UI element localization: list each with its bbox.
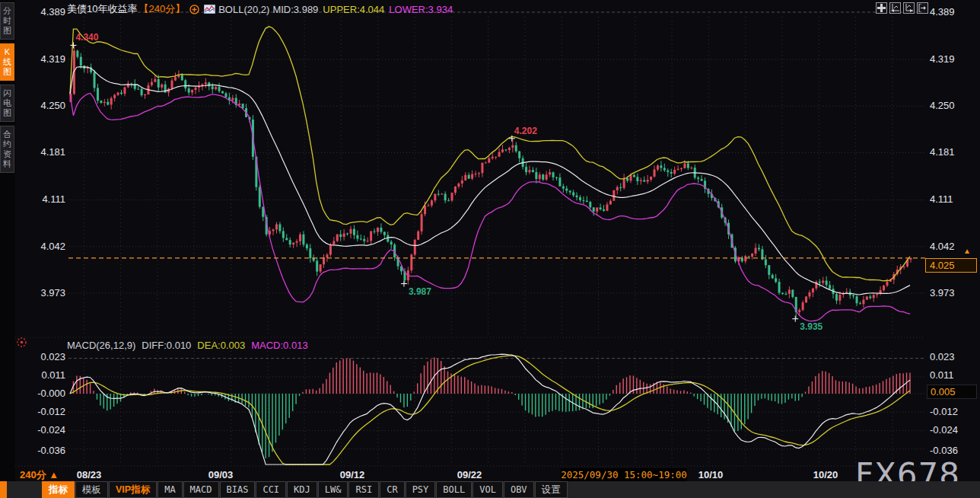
x-tick: 09/03: [199, 468, 242, 481]
y-label: 4.389: [21, 6, 65, 18]
x-axis: 240分 ▲ 08/23 09/03 09/12 09/22 2025/09/3…: [0, 468, 980, 481]
toolbar-kdj-button[interactable]: KDJ: [287, 481, 317, 498]
y-label: 4.111: [21, 193, 65, 206]
x-tick: 09/12: [331, 468, 374, 481]
macd-y-label: -0.024: [21, 424, 65, 436]
annotation-peak: 4.202: [514, 126, 537, 136]
pan-right-button[interactable]: [917, 2, 928, 14]
macd-macd-value: MACD:0.013: [251, 340, 307, 351]
y-label: 3.973: [930, 287, 978, 299]
macd-y-label: 0.023: [21, 351, 65, 363]
x-tick: 09/22: [448, 468, 491, 481]
y-label: 4.319: [21, 53, 65, 65]
y-label: 4.319: [930, 53, 978, 65]
toolbar-psy-button[interactable]: PSY: [406, 481, 436, 498]
macd-header: MACD(26,12,9) DIFF:0.010 DEA:0.003 MACD:…: [67, 340, 308, 351]
toolbar-vol-button[interactable]: VOL: [473, 481, 503, 498]
alarm-icon[interactable]: [16, 337, 27, 351]
sidebar-item-time-chart[interactable]: 分时图: [0, 2, 14, 40]
annotation-high-start: 4.340: [75, 32, 98, 43]
toolbar-boll-button[interactable]: BOLL: [436, 481, 472, 498]
y-label: 4.250: [21, 100, 65, 112]
mini-chart-icon: [204, 5, 215, 14]
scale-right-button[interactable]: [903, 2, 915, 14]
toolbar-cci-button[interactable]: CCI: [256, 481, 286, 498]
y-label: 4.042: [930, 241, 978, 253]
boll-label: BOLL(20,2): [218, 4, 269, 15]
y-label: 3.973: [21, 287, 65, 299]
y-label: 4.111: [930, 193, 978, 206]
crosshair-date-badge: 2025/09/30 15:00~19:00 二: [561, 468, 687, 481]
x-tick: 10/10: [689, 468, 732, 481]
toolbar-indicator-button[interactable]: 指标: [42, 481, 75, 498]
macd-y-label: 0.023: [930, 351, 978, 363]
sidebar-item-flash-chart[interactable]: 闪电图: [0, 85, 14, 122]
toolbar-settings-button[interactable]: 设置: [535, 481, 568, 498]
toolbar-rsi-button[interactable]: RSI: [348, 481, 379, 498]
y-label: 4.181: [930, 146, 978, 158]
toolbar-template-button[interactable]: 模板: [75, 481, 108, 498]
chart-header: 美债10年收益率 【240分】 BOLL(20,2) MID:3.989 UPP…: [67, 3, 453, 15]
chevron-up-icon: ▲: [49, 469, 59, 480]
annotation-low-late: 3.935: [800, 321, 822, 332]
boll-lower-value: LOWER:3.934: [389, 4, 453, 15]
macd-dea-value: DEA:0.003: [197, 340, 245, 351]
toolbar-ma-button[interactable]: MA: [158, 481, 182, 498]
sidebar-item-kline-chart[interactable]: K线图: [0, 43, 14, 81]
toolbar-accent-sliver: [0, 481, 7, 498]
toolbar-vip-indicator-button[interactable]: VIP指标: [109, 481, 157, 498]
chart-toolbar-buttons: [876, 2, 928, 14]
boll-upper-value: UPPER:4.044: [323, 4, 384, 15]
sidebar: 分时图 K线图 闪电图 合约资料: [0, 0, 15, 498]
circle-plus-icon[interactable]: [189, 5, 199, 14]
macd-y-label: 0.011: [930, 369, 978, 381]
annotation-low-mid: 3.987: [409, 286, 431, 297]
main-chart-canvas[interactable]: [0, 0, 980, 468]
macd-y-label: -0.012: [21, 406, 65, 418]
macd-label: MACD(26,12,9): [67, 340, 135, 351]
macd-y-label: -0.012: [930, 406, 978, 418]
x-tick: 08/23: [68, 468, 110, 481]
macd-y-label: -0.024: [930, 424, 978, 436]
macd-last-badge: 0.005: [927, 385, 977, 399]
toolbar-lw-button[interactable]: LW&: [318, 481, 348, 498]
y-label: 4.250: [930, 100, 978, 112]
macd-y-label: -0.036: [21, 445, 65, 457]
sidebar-item-contract-info[interactable]: 合约资料: [0, 126, 14, 173]
boll-mid-value: MID:3.989: [272, 4, 318, 15]
toolbar-cr-button[interactable]: CR: [380, 481, 404, 498]
macd-y-label: -0.000: [21, 388, 65, 400]
y-label: 4.042: [21, 241, 65, 253]
scale-left-button[interactable]: [889, 2, 901, 14]
toolbar-bias-button[interactable]: BIAS: [220, 481, 256, 498]
last-price-badge: 4.025: [925, 258, 977, 273]
macd-y-label: 0.011: [21, 369, 65, 381]
toolbar-macd-button[interactable]: MACD: [183, 481, 219, 498]
x-tick: 10/20: [804, 468, 847, 481]
instrument-title: 美债10年收益率: [67, 2, 137, 16]
period-selector[interactable]: 240分 ▲: [20, 468, 59, 481]
y-label: 4.181: [21, 146, 65, 158]
crosshair-tool-button[interactable]: [876, 2, 887, 14]
macd-diff-value: DIFF:0.010: [142, 340, 191, 351]
toolbar-obv-button[interactable]: OBV: [504, 481, 534, 498]
macd-y-label: -0.036: [930, 445, 978, 457]
price-marker-arrow: ▲: [963, 247, 971, 256]
period-tag[interactable]: 【240分】: [138, 2, 185, 16]
y-label: 4.389: [930, 6, 978, 18]
indicator-toolbar: 指标 模板 VIP指标 MA MACD BIAS CCI KDJ LW& RSI…: [0, 481, 980, 498]
